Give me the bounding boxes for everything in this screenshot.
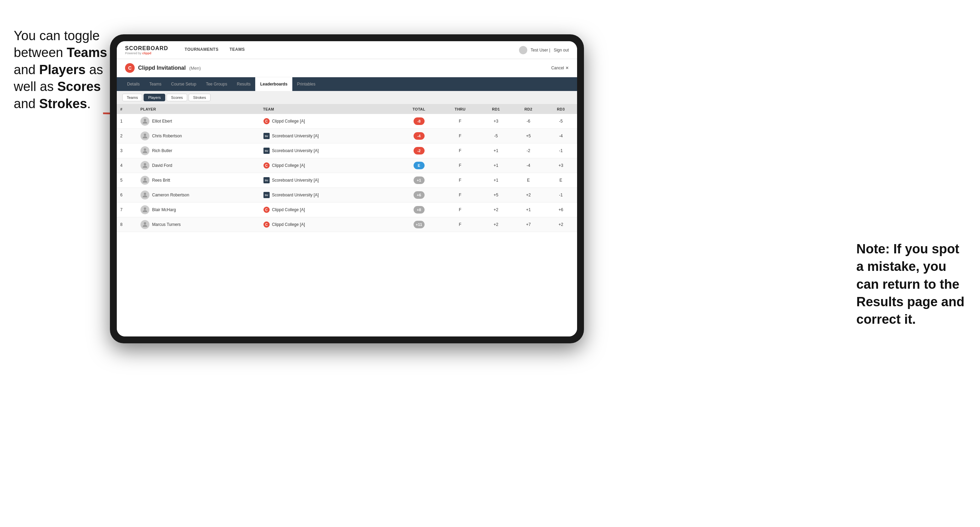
player-cell: Cameron Robertson xyxy=(137,188,260,203)
player-cell: Chris Robertson xyxy=(137,129,260,143)
logo-sub: Powered by clippd xyxy=(125,51,168,55)
players-table: # PLAYER TEAM TOTAL THRU RD1 RD2 RD3 1El… xyxy=(117,104,577,232)
score-badge: +8 xyxy=(414,206,425,214)
tournament-header: C Clippd Invitational (Men) Cancel ✕ xyxy=(117,59,577,77)
rank-cell: 5 xyxy=(117,173,137,188)
team-cell: CClippd College [A] xyxy=(260,114,398,129)
user-avatar-icon xyxy=(519,46,527,54)
col-rd1: RD1 xyxy=(480,104,512,114)
team-logo-icon: C xyxy=(263,206,270,213)
score-badge: -2 xyxy=(414,147,425,154)
nav-tournaments[interactable]: TOURNAMENTS xyxy=(179,41,224,59)
rd3-cell: -5 xyxy=(544,114,577,129)
player-avatar xyxy=(140,161,150,170)
team-cell: SUScoreboard University [A] xyxy=(260,129,398,143)
leaderboard-table: # PLAYER TEAM TOTAL THRU RD1 RD2 RD3 1El… xyxy=(117,104,577,337)
rd1-cell: -5 xyxy=(480,129,512,143)
rd2-cell: E xyxy=(512,173,544,188)
thru-cell: F xyxy=(441,143,480,158)
score-badge: +6 xyxy=(414,191,425,199)
player-avatar xyxy=(140,132,150,140)
player-cell: Elliot Ebert xyxy=(137,114,260,129)
team-logo-icon: C xyxy=(263,221,270,228)
tab-teams[interactable]: Teams xyxy=(145,77,166,91)
rd3-cell: E xyxy=(544,173,577,188)
rank-cell: 6 xyxy=(117,188,137,203)
team-logo-icon: SU xyxy=(263,177,270,184)
sign-out-link[interactable]: Sign out xyxy=(554,48,569,52)
team-cell: SUScoreboard University [A] xyxy=(260,188,398,203)
toggle-strokes-button[interactable]: Strokes xyxy=(189,94,210,101)
right-annotation: Note: If you spot a mistake, you can ret… xyxy=(856,240,966,328)
table-row: 2Chris RobertsonSUScoreboard University … xyxy=(117,129,577,143)
toggle-players-button[interactable]: Players xyxy=(143,94,165,101)
table-row: 3Rich ButlerSUScoreboard University [A]-… xyxy=(117,143,577,158)
player-name: Marcus Turners xyxy=(152,222,181,227)
logo-area: SCOREBOARD Powered by clippd xyxy=(125,45,168,55)
rd1-cell: +2 xyxy=(480,217,512,232)
rd1-cell: +2 xyxy=(480,203,512,217)
svg-point-6 xyxy=(143,193,146,195)
cancel-x-icon: ✕ xyxy=(565,65,569,70)
tab-details[interactable]: Details xyxy=(122,77,145,91)
tab-printables[interactable]: Printables xyxy=(292,77,320,91)
total-cell: -4 xyxy=(398,129,441,143)
table-row: 7Blair McHargCClippd College [A]+8F+2+1+… xyxy=(117,203,577,217)
rd2-cell: +1 xyxy=(512,203,544,217)
rd2-cell: -6 xyxy=(512,114,544,129)
toggle-scores-button[interactable]: Scores xyxy=(167,94,187,101)
rd2-cell: +7 xyxy=(512,217,544,232)
nav-links: TOURNAMENTS TEAMS xyxy=(179,41,519,59)
rd1-cell: +1 xyxy=(480,173,512,188)
player-avatar xyxy=(140,205,150,214)
team-logo-icon: SU xyxy=(263,192,270,198)
team-cell: CClippd College [A] xyxy=(260,217,398,232)
top-nav: SCOREBOARD Powered by clippd TOURNAMENTS… xyxy=(117,41,577,59)
team-cell: SUScoreboard University [A] xyxy=(260,173,398,188)
tab-leaderboards[interactable]: Leaderboards xyxy=(255,77,292,91)
col-rank: # xyxy=(117,104,137,114)
player-avatar xyxy=(140,117,150,125)
tab-course-setup[interactable]: Course Setup xyxy=(166,77,201,91)
rd3-cell: -4 xyxy=(544,129,577,143)
tournament-logo-icon: C xyxy=(125,63,135,73)
player-cell: Blair McHarg xyxy=(137,203,260,217)
player-name: Blair McHarg xyxy=(152,207,176,212)
cancel-button[interactable]: Cancel ✕ xyxy=(551,65,569,70)
table-row: 5Rees BrittSUScoreboard University [A]+1… xyxy=(117,173,577,188)
player-cell: Marcus Turners xyxy=(137,217,260,232)
nav-teams[interactable]: TEAMS xyxy=(224,41,250,59)
col-rd2: RD2 xyxy=(512,104,544,114)
player-name: Chris Robertson xyxy=(152,133,182,138)
rd1-cell: +5 xyxy=(480,188,512,203)
player-avatar xyxy=(140,146,150,155)
player-name-cell: Chris Robertson xyxy=(140,132,256,140)
tablet-frame: SCOREBOARD Powered by clippd TOURNAMENTS… xyxy=(110,34,584,343)
team-logo-icon: C xyxy=(263,118,270,125)
col-total: TOTAL xyxy=(398,104,441,114)
team-name: Clippd College [A] xyxy=(272,207,305,212)
player-name-cell: Rees Britt xyxy=(140,176,256,185)
thru-cell: F xyxy=(441,158,480,173)
table-row: 8Marcus TurnersCClippd College [A]+11F+2… xyxy=(117,217,577,232)
svg-point-5 xyxy=(143,178,146,180)
total-cell: +1 xyxy=(398,173,441,188)
toggle-teams-button[interactable]: Teams xyxy=(122,94,142,101)
rd3-cell: -1 xyxy=(544,188,577,203)
rd1-cell: +3 xyxy=(480,114,512,129)
user-area: Test User | Sign out xyxy=(519,46,569,54)
player-cell: Rees Britt xyxy=(137,173,260,188)
player-name: Rich Butler xyxy=(152,148,172,153)
tab-tee-groups[interactable]: Tee Groups xyxy=(201,77,232,91)
col-rd3: RD3 xyxy=(544,104,577,114)
tab-results[interactable]: Results xyxy=(232,77,255,91)
team-name: Clippd College [A] xyxy=(272,163,305,168)
rd2-cell: -4 xyxy=(512,158,544,173)
left-annotation: You can toggle between Teams and Players… xyxy=(14,27,113,112)
svg-point-7 xyxy=(143,207,146,210)
rd3-cell: +6 xyxy=(544,203,577,217)
sub-tabs: Details Teams Course Setup Tee Groups Re… xyxy=(117,77,577,91)
total-cell: -2 xyxy=(398,143,441,158)
score-badge: +11 xyxy=(414,221,425,228)
thru-cell: F xyxy=(441,217,480,232)
